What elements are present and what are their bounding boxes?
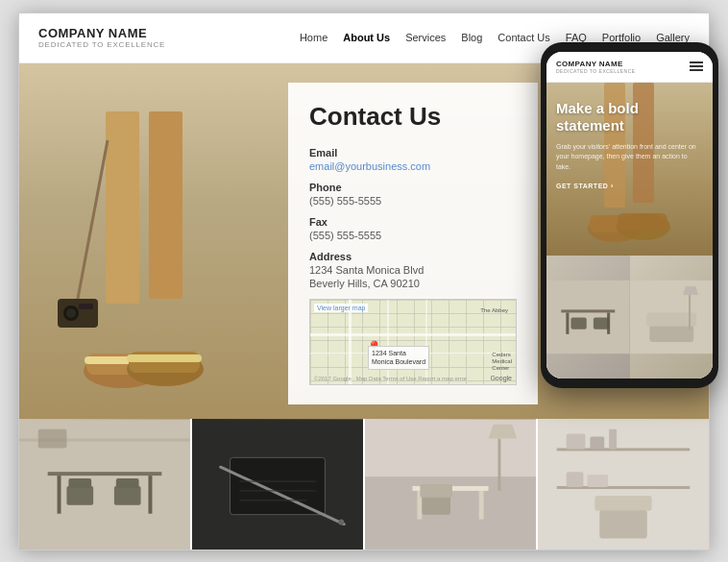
svg-rect-22	[38, 428, 67, 448]
svg-point-26	[338, 519, 344, 525]
google-maps-logo: Google	[490, 375, 512, 381]
mobile-brand-name: COMPANY NAME	[556, 60, 636, 68]
svg-rect-47	[587, 475, 608, 487]
nav-contact[interactable]: Contact Us	[497, 32, 549, 43]
mobile-nav: COMPANY NAME DEDICATED TO EXCELLENCE	[546, 52, 713, 83]
mobile-cta-label: GET STARTED	[556, 183, 608, 189]
hamburger-line-3	[690, 69, 703, 71]
brand-tagline: DEDICATED TO EXCELLENCE	[38, 40, 165, 49]
brand: COMPANY NAME DEDICATED TO EXCELLENCE	[38, 26, 165, 49]
mobile-screen: COMPANY NAME DEDICATED TO EXCELLENCE	[546, 52, 713, 379]
svg-rect-7	[127, 354, 202, 362]
svg-rect-12	[79, 304, 93, 309]
hamburger-line-1	[690, 61, 703, 63]
svg-rect-66	[689, 295, 691, 330]
map-copyright: ©2017 Google · Map Data Terms of Use Rep…	[314, 376, 467, 381]
svg-rect-19	[114, 485, 141, 504]
svg-rect-1	[149, 111, 182, 299]
svg-rect-15	[58, 476, 61, 514]
mobile-hero-title: Make a bold statement	[556, 100, 703, 134]
mobile-thumb-1[interactable]	[546, 256, 630, 379]
svg-rect-49	[595, 495, 651, 510]
svg-rect-48	[599, 509, 646, 538]
contact-title: Contact Us	[309, 102, 517, 132]
svg-rect-34	[479, 490, 484, 519]
thumbnail-2[interactable]	[190, 419, 363, 550]
svg-rect-42	[567, 433, 586, 449]
map-container[interactable]: The Abbey 📍 1234 SantaMonica Boulevard C…	[309, 299, 517, 385]
fax-value: (555) 555-5555	[309, 230, 517, 241]
cta-arrow-icon: ›	[611, 182, 614, 190]
mobile-cta-button[interactable]: GET STARTED ›	[556, 182, 703, 190]
svg-rect-44	[609, 428, 617, 449]
thumbnail-1[interactable]	[19, 419, 190, 550]
svg-rect-20	[116, 478, 139, 488]
svg-rect-24	[231, 457, 326, 514]
svg-rect-16	[148, 476, 152, 514]
mobile-brand: COMPANY NAME DEDICATED TO EXCELLENCE	[556, 60, 636, 74]
svg-rect-14	[48, 472, 162, 476]
hamburger-line-2	[690, 65, 703, 67]
map-label: 1234 SantaMonica Boulevard	[368, 346, 429, 371]
svg-rect-0	[106, 111, 139, 304]
mobile-thumb-row	[546, 256, 713, 379]
mobile-hero-content: Make a bold statement Grab your visitors…	[556, 100, 703, 191]
svg-point-11	[66, 308, 76, 318]
svg-rect-59	[566, 312, 569, 333]
nav-home[interactable]: Home	[300, 32, 328, 43]
svg-rect-62	[594, 317, 609, 329]
svg-line-8	[77, 140, 108, 304]
mobile-hero-text: Grab your visitors' attention front and …	[556, 142, 703, 173]
mobile-device: COMPANY NAME DEDICATED TO EXCELLENCE	[541, 42, 718, 388]
address-label: Address	[309, 251, 517, 262]
map-inner: The Abbey 📍 1234 SantaMonica Boulevard C…	[310, 300, 516, 384]
svg-rect-35	[497, 438, 500, 490]
mobile-brand-tagline: DEDICATED TO EXCELLENCE	[556, 68, 636, 74]
contact-overlay: Contact Us Email email@yourbusiness.com …	[288, 83, 538, 404]
phone-value: (555) 555-5555	[309, 195, 517, 207]
thumbnail-row	[19, 419, 709, 550]
svg-marker-36	[489, 424, 518, 438]
hero-person-illustration	[48, 111, 240, 419]
email-label: Email	[309, 147, 517, 159]
svg-rect-38	[420, 484, 452, 498]
mobile-hero: Make a bold statement Grab your visitors…	[546, 83, 713, 256]
nav-about[interactable]: About Us	[343, 32, 390, 43]
mobile-thumb-2[interactable]	[630, 256, 714, 379]
svg-rect-18	[68, 478, 91, 488]
svg-rect-56	[618, 213, 667, 231]
brand-name: COMPANY NAME	[38, 26, 165, 40]
svg-rect-58	[561, 309, 615, 312]
svg-rect-64	[649, 324, 693, 341]
hamburger-menu[interactable]	[690, 61, 703, 71]
svg-rect-46	[567, 472, 584, 487]
svg-rect-43	[590, 436, 604, 449]
screenshot-wrapper: COMPANY NAME DEDICATED TO EXCELLENCE Hom…	[18, 12, 710, 550]
address-line1: 1234 Santa Monica Blvd	[309, 264, 517, 276]
mobile-content	[546, 256, 713, 379]
svg-rect-37	[422, 495, 450, 514]
email-value: email@yourbusiness.com	[309, 160, 517, 172]
svg-rect-17	[66, 485, 93, 504]
address-line2: Beverly Hills, CA 90210	[309, 278, 517, 289]
nav-services[interactable]: Services	[405, 32, 446, 43]
svg-rect-61	[570, 317, 586, 329]
thumbnail-3[interactable]	[363, 419, 536, 550]
map-view-larger-link[interactable]: View larger map	[314, 304, 368, 312]
nav-blog[interactable]: Blog	[461, 32, 482, 43]
thumbnail-4[interactable]	[536, 419, 709, 550]
phone-label: Phone	[309, 182, 517, 193]
fax-label: Fax	[309, 216, 517, 228]
svg-rect-57	[546, 280, 630, 353]
